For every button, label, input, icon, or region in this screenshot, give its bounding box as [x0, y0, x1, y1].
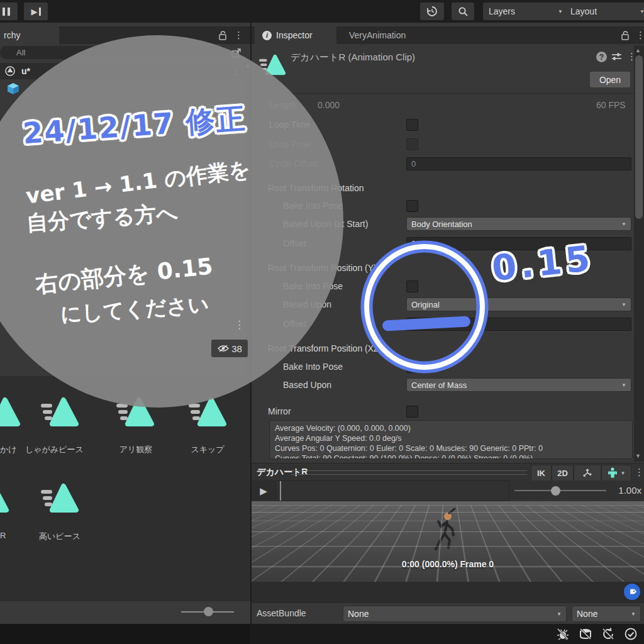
hidden-count: 38 [231, 343, 242, 354]
clip-title: デカハートR (Animation Clip) [291, 52, 415, 64]
cycle-offset-field: 0 [406, 157, 631, 170]
tab-inspector[interactable]: i Inspector [255, 26, 336, 44]
preview-drag-handle[interactable] [291, 470, 527, 475]
inspector-tabstrip: i Inspector VeryAnimation ⋮ [252, 26, 644, 44]
preview-play-button[interactable]: ▶ [252, 480, 276, 501]
tab-veryanimation[interactable]: VeryAnimation [343, 26, 412, 44]
preview-character [430, 508, 465, 558]
animation-clip-icon[interactable] [0, 395, 21, 429]
clip-stats-box: Average Velocity: (0.000, 0.000, 0.000) … [269, 420, 633, 459]
2d-toggle-button[interactable]: 2D [552, 465, 574, 481]
project-panel: かけ しゃがみピース アリ観察 スキップ R 高いピース [0, 376, 250, 601]
scroll-down-icon: ▼ [635, 453, 641, 459]
assetbundle-label: AssetBundle [257, 608, 306, 618]
pause-button[interactable] [0, 3, 18, 20]
scroll-up-icon: ▲ [635, 47, 641, 53]
speed-value: 1.00x [618, 485, 641, 496]
debug-disabled-icon[interactable] [556, 627, 570, 641]
collab-disabled-icon[interactable] [579, 627, 592, 641]
rtr-bake-checkbox[interactable] [406, 200, 418, 212]
blue-circle-annotation [358, 239, 491, 375]
asset-label[interactable]: R [0, 531, 6, 540]
cube-icon [6, 82, 20, 96]
help-icon[interactable]: ? [596, 52, 607, 62]
main-toolbar: ▶ Layers ▼ Layout ▼ [0, 0, 644, 23]
unity-editor-window: ▶ Layers ▼ Layout ▼ rchy [0, 0, 644, 644]
info-icon: i [262, 31, 272, 40]
loop-time-checkbox[interactable] [406, 119, 418, 131]
bottom-status-bar [252, 624, 644, 644]
chevron-down-icon: ▼ [640, 9, 644, 14]
asset-label[interactable]: スキップ [189, 444, 226, 455]
step-icon: ▶ [31, 7, 41, 16]
length-row: Length 0.000 60 FPS [252, 97, 635, 113]
speed-slider-handle[interactable] [551, 486, 560, 496]
layout-dropdown[interactable]: Layout ▼ [565, 3, 644, 20]
loop-pose-checkbox [406, 138, 418, 150]
pivot-axis-icon [581, 468, 594, 478]
asset-label[interactable]: しゃがみピース [25, 444, 97, 455]
rtr-based-dropdown[interactable]: Body Orientation ▼ [406, 217, 631, 231]
tab-hierarchy[interactable]: rchy [0, 26, 59, 44]
menu-dots-icon[interactable]: ⋮ [234, 30, 243, 40]
pause-icon [3, 8, 10, 16]
asset-labels-button[interactable] [624, 584, 640, 600]
step-button[interactable]: ▶ [24, 3, 48, 20]
avatar-icon [608, 467, 618, 479]
menu-dots-icon[interactable]: ⋮ [636, 30, 644, 40]
preview-speed-area: 1.00x [509, 480, 644, 501]
open-button[interactable]: Open [590, 72, 630, 87]
inspector-scrollbar[interactable]: ▲ ▼ [634, 45, 644, 462]
mirror-row: Mirror [252, 404, 635, 419]
animation-clip-icon[interactable] [0, 481, 10, 515]
unlock-icon[interactable] [219, 31, 227, 40]
timeline-playhead[interactable] [280, 481, 281, 501]
chevron-down-icon: ▼ [557, 611, 562, 617]
mirror-checkbox[interactable] [406, 406, 418, 418]
pivot-button[interactable] [574, 465, 601, 481]
chevron-down-icon: ▼ [621, 470, 626, 476]
menu-dots-icon[interactable]: ⋮ [234, 319, 245, 330]
layers-dropdown[interactable]: Layers ▼ [483, 3, 569, 20]
eye-slash-icon [217, 344, 230, 353]
unlock-icon[interactable] [621, 31, 630, 40]
avatar-preview-button[interactable]: ▼ [601, 465, 631, 481]
asset-label[interactable]: 高いピース [31, 531, 88, 542]
unity-scene-icon [4, 65, 16, 77]
animation-clip-icon[interactable] [40, 395, 80, 429]
clip-header: デカハートR (Animation Clip) ? ⋮ Open [252, 44, 644, 94]
chevron-down-icon: ▼ [621, 382, 626, 388]
presets-icon[interactable] [611, 52, 622, 62]
chevron-down-icon: ▼ [621, 221, 626, 227]
preview-3d-viewport[interactable]: 0:00 (000.0%) Frame 0 [252, 501, 644, 582]
asset-label[interactable]: かけ [0, 444, 17, 455]
preview-header: デカハートR IK 2D ▼ ⋮ [252, 463, 644, 482]
preview-footer-strip [252, 582, 644, 602]
ik-toggle-button[interactable]: IK [531, 465, 552, 481]
refresh-disabled-icon[interactable] [601, 627, 615, 641]
speed-slider[interactable] [514, 490, 606, 491]
ground-grid [252, 501, 644, 505]
fps-value: 60 FPS [596, 100, 626, 110]
hidden-objects-badge[interactable]: 38 [211, 340, 248, 357]
preview-timeline[interactable] [275, 480, 509, 501]
asset-label[interactable]: アリ観察 [117, 444, 155, 455]
menu-dots-icon[interactable]: ⋮ [635, 467, 644, 477]
undo-history-button[interactable] [420, 3, 444, 20]
frame-info: 0:00 (000.0%) Frame 0 [252, 559, 644, 569]
chevron-down-icon: ▼ [621, 302, 626, 308]
assetbundle-variant-dropdown[interactable]: None ▼ [572, 606, 641, 622]
play-icon: ▶ [260, 486, 267, 497]
rtpxz-based-dropdown[interactable]: Center of Mass ▼ [406, 378, 631, 392]
chevron-down-icon: ▼ [558, 9, 563, 14]
check-circle-icon[interactable] [624, 627, 638, 641]
search-icon [458, 6, 469, 17]
thumbnail-zoom-handle[interactable] [204, 607, 213, 616]
animation-clip-icon[interactable] [40, 481, 80, 515]
chevron-down-icon: ▼ [631, 611, 636, 617]
history-icon [426, 6, 438, 17]
assetbundle-main-dropdown[interactable]: None ▼ [343, 606, 567, 622]
scrollbar-thumb[interactable] [635, 55, 643, 219]
rtpxz-based-row: Based Upon Center of Mass ▼ [252, 377, 635, 392]
search-button[interactable] [452, 3, 474, 20]
